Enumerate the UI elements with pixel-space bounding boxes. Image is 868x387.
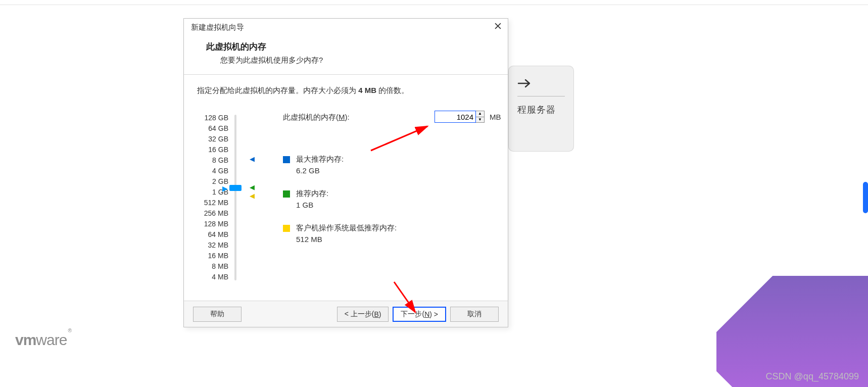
memory-slider[interactable]: 128 GB64 GB32 GB16 GB8 GB4 GB2 GB1 GB512… xyxy=(197,113,252,282)
header-heading: 此虚拟机的内存 xyxy=(206,41,493,53)
legend-max-value: 6.2 GB xyxy=(296,166,320,175)
instruction-post: 的倍数。 xyxy=(376,86,409,94)
back-button-accel: B xyxy=(374,310,378,318)
legend-recommended: 推荐内存: 1 GB xyxy=(283,189,495,209)
slider-tick: 128 GB xyxy=(197,113,228,123)
memory-spinner-down[interactable]: ▼ xyxy=(476,117,484,123)
legend-max: 最大推荐内存: 6.2 GB xyxy=(283,155,495,175)
window-top-separator xyxy=(0,0,868,5)
card-divider xyxy=(517,96,565,96)
help-button[interactable]: 帮助 xyxy=(193,307,242,322)
slider-tick: 64 MB xyxy=(197,229,228,240)
slider-tick: 8 MB xyxy=(197,261,228,272)
logo-vm: vm xyxy=(15,331,36,348)
instruction-bold: 4 MB xyxy=(358,86,376,94)
dialog-titlebar: 新建虚拟机向导 xyxy=(184,19,508,36)
legend-min-value: 512 MB xyxy=(296,235,322,244)
memory-unit-label: MB xyxy=(490,113,501,121)
memory-spinner: ▲ ▼ xyxy=(476,111,485,123)
slider-tick: 32 GB xyxy=(197,134,228,144)
next-button[interactable]: 下一步(N) > xyxy=(393,307,446,322)
slider-track-wrap: ▶ ◀ ◀ ◀ xyxy=(231,113,252,282)
memory-label-accel: M xyxy=(339,113,345,121)
slider-tick: 256 MB xyxy=(197,208,228,219)
connect-arrow-icon xyxy=(517,76,565,93)
logo-ware: ware xyxy=(36,331,67,348)
close-icon xyxy=(495,22,501,31)
slider-tick: 512 MB xyxy=(197,198,228,208)
dialog-body: 指定分配给此虚拟机的内存量。内存大小必须为 4 MB 的倍数。 128 GB64… xyxy=(184,75,508,287)
close-button[interactable] xyxy=(491,21,505,32)
new-vm-wizard-dialog: 新建虚拟机向导 此虚拟机的内存 您要为此虚拟机使用多少内存? 指定分配给此虚拟机… xyxy=(183,18,508,327)
memory-label-post: ): xyxy=(345,113,350,121)
slider-tick: 16 MB xyxy=(197,251,228,261)
memory-spinner-up[interactable]: ▲ xyxy=(476,111,484,117)
slider-current-pointer-icon: ▶ xyxy=(222,185,228,192)
dialog-title: 新建虚拟机向导 xyxy=(191,23,244,31)
decorative-corner xyxy=(716,276,868,387)
slider-tick: 64 GB xyxy=(197,123,228,134)
slider-track xyxy=(234,115,236,280)
logo-reg: ® xyxy=(68,328,71,333)
instruction-pre: 指定分配给此虚拟机的内存量。内存大小必须为 xyxy=(197,86,358,94)
background-card-remote-server[interactable]: 程服务器 xyxy=(508,66,574,152)
instruction-text: 指定分配给此虚拟机的内存量。内存大小必须为 4 MB 的倍数。 xyxy=(197,86,495,95)
slider-tick: 4 GB xyxy=(197,166,228,176)
vmware-logo: vmware® xyxy=(15,331,70,349)
memory-label-pre: 此虚拟机的内存( xyxy=(283,113,339,121)
legend-max-label: 最大推荐内存: xyxy=(296,155,344,164)
legend-square-yellow-icon xyxy=(283,225,290,232)
slider-marker-recommended-icon: ◀ xyxy=(250,184,255,190)
memory-field-label: 此虚拟机的内存(M): xyxy=(283,113,350,122)
back-button-pre: < 上一步( xyxy=(345,310,374,319)
legend-recommended-label: 推荐内存: xyxy=(296,189,328,199)
csdn-watermark: CSDN @qq_45784099 xyxy=(766,371,859,382)
next-button-accel: N xyxy=(424,310,429,318)
slider-tick-labels: 128 GB64 GB32 GB16 GB8 GB4 GB2 GB1 GB512… xyxy=(197,113,228,282)
legend-min-label: 客户机操作系统最低推荐内存: xyxy=(296,223,397,233)
legend-min: 客户机操作系统最低推荐内存: 512 MB xyxy=(283,223,495,244)
memory-input[interactable] xyxy=(435,111,476,123)
slider-tick: 128 MB xyxy=(197,219,228,229)
page-scrollbar-thumb[interactable] xyxy=(863,182,868,213)
legend-square-blue-icon xyxy=(283,156,290,163)
slider-marker-min-icon: ◀ xyxy=(250,192,255,199)
back-button-post: ) xyxy=(379,310,381,318)
legend-square-green-icon xyxy=(283,190,290,198)
dialog-footer: 帮助 < 上一步(B) 下一步(N) > 取消 xyxy=(184,301,508,327)
back-button[interactable]: < 上一步(B) xyxy=(337,307,389,322)
slider-tick: 32 MB xyxy=(197,240,228,251)
next-button-post: ) > xyxy=(429,310,438,318)
dialog-header: 此虚拟机的内存 您要为此虚拟机使用多少内存? xyxy=(184,36,508,75)
slider-marker-max-icon: ◀ xyxy=(250,156,255,162)
cancel-button[interactable]: 取消 xyxy=(450,307,499,322)
memory-input-group: ▲ ▼ MB xyxy=(435,111,501,123)
slider-tick: 16 GB xyxy=(197,144,228,155)
card-label: 程服务器 xyxy=(517,105,556,115)
slider-thumb[interactable] xyxy=(229,185,242,191)
slider-tick: 8 GB xyxy=(197,155,228,166)
legend-recommended-value: 1 GB xyxy=(296,201,313,209)
slider-tick: 4 MB xyxy=(197,272,228,282)
header-subheading: 您要为此虚拟机使用多少内存? xyxy=(220,56,493,65)
next-button-pre: 下一步( xyxy=(401,310,424,319)
